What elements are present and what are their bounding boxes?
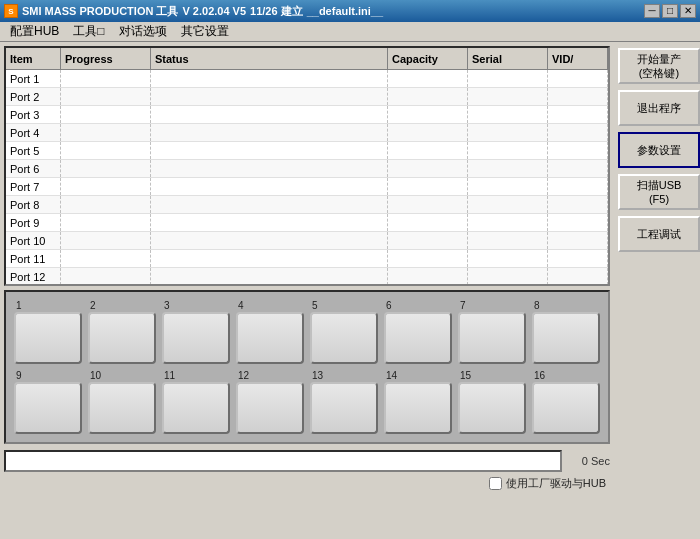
td-progress xyxy=(61,250,151,267)
td-serial xyxy=(468,232,548,249)
td-serial xyxy=(468,124,548,141)
td-vid xyxy=(548,214,608,231)
debug-btn[interactable]: 工程调试 xyxy=(618,216,700,252)
progress-row: 0 Sec xyxy=(4,450,610,472)
td-vid xyxy=(548,160,608,177)
col-vid: VID/ xyxy=(548,48,608,69)
td-item: Port 5 xyxy=(6,142,61,159)
port-button-12[interactable] xyxy=(236,382,304,434)
td-status xyxy=(151,196,388,213)
td-status xyxy=(151,142,388,159)
port-cell-2: 2 xyxy=(88,300,156,364)
td-capacity xyxy=(388,106,468,123)
port-number-10: 10 xyxy=(88,370,101,381)
td-serial xyxy=(468,250,548,267)
td-status xyxy=(151,106,388,123)
td-progress xyxy=(61,124,151,141)
port-button-7[interactable] xyxy=(458,312,526,364)
port-button-1[interactable] xyxy=(14,312,82,364)
td-vid xyxy=(548,142,608,159)
scan-usb-btn[interactable]: 扫描USB (F5) xyxy=(618,174,700,210)
table-row: Port 3 xyxy=(6,106,608,124)
maximize-button[interactable]: □ xyxy=(662,4,678,18)
table-row: Port 1 xyxy=(6,70,608,88)
title-bar: S SMI MASS PRODUCTION 工具 V 2.02.04 V5 11… xyxy=(0,0,700,22)
port-number-15: 15 xyxy=(458,370,471,381)
port-row-1: 1 2 3 4 5 6 7 8 xyxy=(14,300,600,364)
port-row-2: 9 10 11 12 13 14 15 16 xyxy=(14,370,600,434)
port-number-12: 12 xyxy=(236,370,249,381)
port-button-9[interactable] xyxy=(14,382,82,434)
settings-btn[interactable]: 参数设置 xyxy=(618,132,700,168)
app-version: V 2.02.04 V5 xyxy=(182,5,246,17)
window-controls: ─ □ ✕ xyxy=(644,4,696,18)
port-number-4: 4 xyxy=(236,300,244,311)
app-title: SMI MASS PRODUCTION 工具 xyxy=(22,4,178,19)
port-button-10[interactable] xyxy=(88,382,156,434)
td-vid xyxy=(548,232,608,249)
td-status xyxy=(151,70,388,87)
td-vid xyxy=(548,250,608,267)
td-vid xyxy=(548,196,608,213)
menu-bar: 配置HUB工具□对话选项其它设置 xyxy=(0,22,700,42)
td-capacity xyxy=(388,268,468,285)
td-capacity xyxy=(388,178,468,195)
table-body[interactable]: Port 1 Port 2 Port 3 Port 4 Port 5 Port xyxy=(6,70,608,286)
factory-driver-checkbox[interactable] xyxy=(489,477,502,490)
td-item: Port 3 xyxy=(6,106,61,123)
port-number-13: 13 xyxy=(310,370,323,381)
port-cell-8: 8 xyxy=(532,300,600,364)
start-btn[interactable]: 开始量产 (空格键) xyxy=(618,48,700,84)
port-button-11[interactable] xyxy=(162,382,230,434)
col-serial: Serial xyxy=(468,48,548,69)
port-number-9: 9 xyxy=(14,370,22,381)
port-cell-7: 7 xyxy=(458,300,526,364)
minimize-button[interactable]: ─ xyxy=(644,4,660,18)
menu-item-工具□[interactable]: 工具□ xyxy=(67,21,110,42)
port-button-15[interactable] xyxy=(458,382,526,434)
exit-btn[interactable]: 退出程序 xyxy=(618,90,700,126)
td-capacity xyxy=(388,250,468,267)
port-button-8[interactable] xyxy=(532,312,600,364)
col-progress: Progress xyxy=(61,48,151,69)
td-capacity xyxy=(388,160,468,177)
port-cell-11: 11 xyxy=(162,370,230,434)
td-status xyxy=(151,88,388,105)
port-cell-15: 15 xyxy=(458,370,526,434)
port-button-5[interactable] xyxy=(310,312,378,364)
menu-item-配置HUB[interactable]: 配置HUB xyxy=(4,21,65,42)
port-button-4[interactable] xyxy=(236,312,304,364)
port-button-2[interactable] xyxy=(88,312,156,364)
td-capacity xyxy=(388,142,468,159)
td-serial xyxy=(468,268,548,285)
close-button[interactable]: ✕ xyxy=(680,4,696,18)
port-button-3[interactable] xyxy=(162,312,230,364)
port-cell-1: 1 xyxy=(14,300,82,364)
table-row: Port 8 xyxy=(6,196,608,214)
table-row: Port 4 xyxy=(6,124,608,142)
menu-item-对话选项[interactable]: 对话选项 xyxy=(113,21,173,42)
table-row: Port 9 xyxy=(6,214,608,232)
td-serial xyxy=(468,142,548,159)
port-number-2: 2 xyxy=(88,300,96,311)
progress-bar-container xyxy=(4,450,562,472)
port-button-6[interactable] xyxy=(384,312,452,364)
td-progress xyxy=(61,88,151,105)
menu-item-其它设置[interactable]: 其它设置 xyxy=(175,21,235,42)
table-row: Port 6 xyxy=(6,160,608,178)
td-status xyxy=(151,160,388,177)
port-number-16: 16 xyxy=(532,370,545,381)
port-cell-14: 14 xyxy=(384,370,452,434)
td-status xyxy=(151,250,388,267)
port-button-16[interactable] xyxy=(532,382,600,434)
port-cell-10: 10 xyxy=(88,370,156,434)
port-button-13[interactable] xyxy=(310,382,378,434)
port-number-1: 1 xyxy=(14,300,22,311)
td-capacity xyxy=(388,232,468,249)
port-cell-5: 5 xyxy=(310,300,378,364)
table-row: Port 11 xyxy=(6,250,608,268)
port-number-5: 5 xyxy=(310,300,318,311)
td-item: Port 8 xyxy=(6,196,61,213)
td-progress xyxy=(61,70,151,87)
port-button-14[interactable] xyxy=(384,382,452,434)
